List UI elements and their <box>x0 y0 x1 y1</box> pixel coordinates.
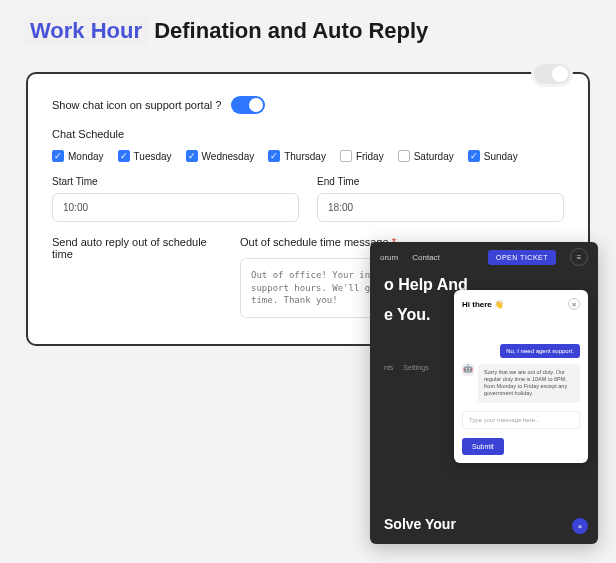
open-ticket-button[interactable]: OPEN TICKET <box>488 250 556 265</box>
checkbox-icon: ✓ <box>52 150 64 162</box>
day-friday[interactable]: Friday <box>340 150 384 162</box>
day-thursday[interactable]: ✓Thursday <box>268 150 326 162</box>
start-time-label: Start Time <box>52 176 299 187</box>
auto-reply-label: Send auto reply out of schedule time <box>52 236 222 260</box>
submit-button[interactable]: Submit <box>462 438 504 455</box>
schedule-label: Chat Schedule <box>52 128 564 140</box>
checkbox-icon <box>340 150 352 162</box>
days-row: ✓Monday ✓Tuesday ✓Wednesday ✓Thursday Fr… <box>52 150 564 162</box>
wave-icon: 👋 <box>494 300 504 309</box>
chat-message-input[interactable]: Type your message here... <box>462 411 580 429</box>
day-saturday[interactable]: Saturday <box>398 150 454 162</box>
agent-support-pill[interactable]: No, I need agent support. <box>500 344 580 358</box>
chat-widget: Hi there 👋 × No, I need agent support. 🤖… <box>454 290 588 463</box>
day-wednesday[interactable]: ✓Wednesday <box>186 150 255 162</box>
card-mini-toggle[interactable] <box>534 64 570 84</box>
solve-heading: Solve Your <box>370 504 470 536</box>
nav-item-contact[interactable]: Contact <box>412 253 440 262</box>
bot-icon: 🤖 <box>462 364 474 376</box>
hamburger-icon[interactable]: ≡ <box>570 248 588 266</box>
end-time-input[interactable] <box>317 193 564 222</box>
start-time-input[interactable] <box>52 193 299 222</box>
day-sunday[interactable]: ✓Sunday <box>468 150 518 162</box>
chat-greeting: Hi there 👋 <box>462 300 504 309</box>
nav-item-forum[interactable]: orum <box>380 253 398 262</box>
day-monday[interactable]: ✓Monday <box>52 150 104 162</box>
show-chat-toggle[interactable] <box>231 96 265 114</box>
checkbox-icon: ✓ <box>118 150 130 162</box>
close-icon[interactable]: × <box>568 298 580 310</box>
end-time-label: End Time <box>317 176 564 187</box>
checkbox-icon: ✓ <box>468 150 480 162</box>
close-icon: × <box>578 522 583 531</box>
title-highlight: Work Hour <box>24 16 148 45</box>
site-preview: orum Contact OPEN TICKET ≡ o Help And e … <box>370 242 598 544</box>
checkbox-icon <box>398 150 410 162</box>
tab-settings[interactable]: Settings <box>403 364 428 371</box>
show-chat-label: Show chat icon on support portal ? <box>52 99 221 111</box>
page-title: Work Hour Defination and Auto Reply <box>0 0 616 54</box>
checkbox-icon: ✓ <box>186 150 198 162</box>
bot-message: Sorry that we are out of duty. Our regul… <box>478 364 580 403</box>
chat-fab-button[interactable]: × <box>572 518 588 534</box>
tab-nts[interactable]: nts <box>384 364 393 371</box>
checkbox-icon: ✓ <box>268 150 280 162</box>
day-tuesday[interactable]: ✓Tuesday <box>118 150 172 162</box>
title-rest: Defination and Auto Reply <box>148 18 428 43</box>
